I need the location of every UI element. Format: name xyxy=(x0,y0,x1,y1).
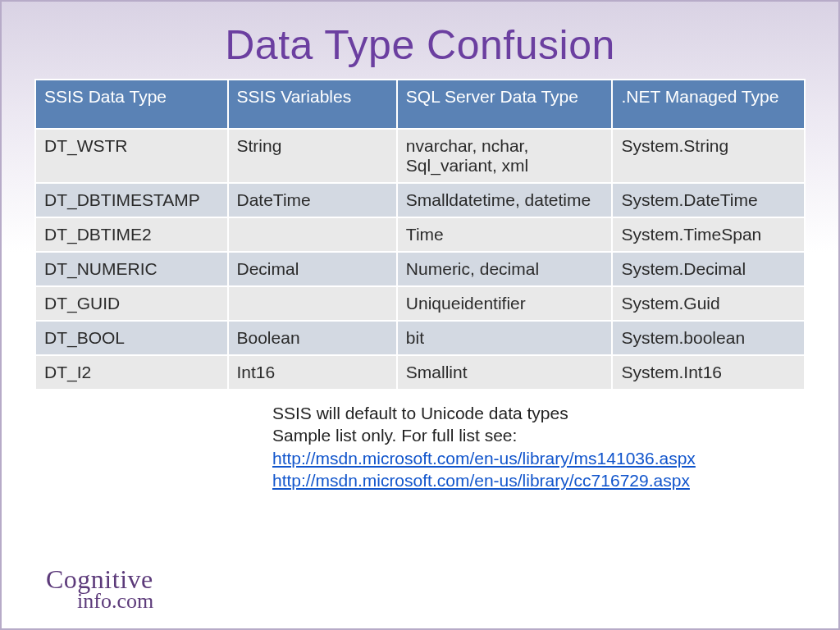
slide-title: Data Type Confusion xyxy=(34,21,806,69)
table-cell xyxy=(228,217,397,252)
brand-logo-line2: info.com xyxy=(46,591,153,612)
table-cell: Boolean xyxy=(228,321,397,355)
data-type-table: SSIS Data Type SSIS Variables SQL Server… xyxy=(34,79,806,390)
table-cell xyxy=(228,286,397,321)
table-row: DT_I2Int16SmallintSystem.Int16 xyxy=(35,355,805,390)
table-cell: System.TimeSpan xyxy=(612,217,805,252)
col-header: SSIS Variables xyxy=(228,80,397,129)
table-cell: String xyxy=(228,129,397,183)
table-cell: Int16 xyxy=(228,355,397,390)
col-header: SSIS Data Type xyxy=(35,80,228,129)
table-cell: DT_DBTIME2 xyxy=(35,217,228,252)
table-cell: Numeric, decimal xyxy=(397,252,613,286)
table-row: DT_NUMERICDecimalNumeric, decimalSystem.… xyxy=(35,252,805,286)
table-row: DT_GUIDUniqueidentifierSystem.Guid xyxy=(35,286,805,321)
table-cell: Smallint xyxy=(397,355,613,390)
table-cell: DT_WSTR xyxy=(35,129,228,183)
table-cell: System.boolean xyxy=(612,321,805,355)
table-header-row: SSIS Data Type SSIS Variables SQL Server… xyxy=(35,80,805,129)
table-cell: DT_NUMERIC xyxy=(35,252,228,286)
table-cell: DT_DBTIMESTAMP xyxy=(35,183,228,217)
table-cell: System.Decimal xyxy=(612,252,805,286)
table-cell: DT_GUID xyxy=(35,286,228,321)
table-row: DT_BOOLBooleanbitSystem.boolean xyxy=(35,321,805,355)
table-cell: System.String xyxy=(612,129,805,183)
table-cell: DT_I2 xyxy=(35,355,228,390)
table-row: DT_DBTIME2TimeSystem.TimeSpan xyxy=(35,217,805,252)
table-cell: Decimal xyxy=(228,252,397,286)
table-cell: System.DateTime xyxy=(612,183,805,217)
footer-notes: SSIS will default to Unicode data types … xyxy=(272,402,806,491)
table-cell: Smalldatetime, datetime xyxy=(397,183,613,217)
reference-link[interactable]: http://msdn.microsoft.com/en-us/library/… xyxy=(272,471,690,490)
col-header: .NET Managed Type xyxy=(612,80,805,129)
table-cell: System.Guid xyxy=(612,286,805,321)
col-header: SQL Server Data Type xyxy=(397,80,613,129)
table-cell: DateTime xyxy=(228,183,397,217)
table-cell: Time xyxy=(397,217,613,252)
note-line: SSIS will default to Unicode data types xyxy=(272,402,806,424)
table-row: DT_WSTRStringnvarchar, nchar, Sql_varian… xyxy=(35,129,805,183)
table-cell: nvarchar, nchar, Sql_variant, xml xyxy=(397,129,613,183)
table-cell: Uniqueidentifier xyxy=(397,286,613,321)
table-cell: DT_BOOL xyxy=(35,321,228,355)
table-cell: System.Int16 xyxy=(612,355,805,390)
brand-logo: Cognitive info.com xyxy=(46,567,153,612)
table-row: DT_DBTIMESTAMPDateTimeSmalldatetime, dat… xyxy=(35,183,805,217)
reference-link[interactable]: http://msdn.microsoft.com/en-us/library/… xyxy=(272,449,696,468)
table-cell: bit xyxy=(397,321,613,355)
note-line: Sample list only. For full list see: xyxy=(272,424,806,446)
